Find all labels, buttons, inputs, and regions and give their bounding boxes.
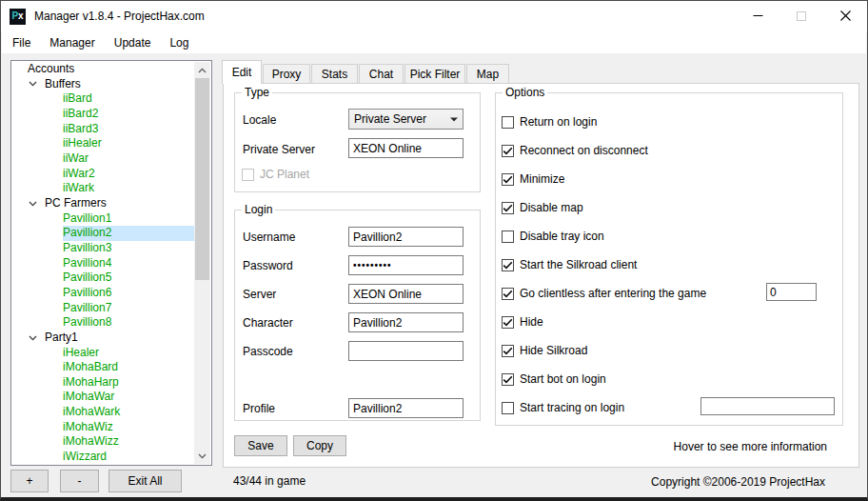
- jc-planet-row: JC Planet: [242, 168, 309, 181]
- tab-pick-filter[interactable]: Pick Filter: [404, 64, 465, 83]
- server-input[interactable]: [348, 284, 464, 304]
- clientless-delay-input[interactable]: [766, 283, 817, 301]
- checkbox-unchecked[interactable]: [502, 230, 514, 243]
- close-icon: [840, 10, 851, 21]
- character-input[interactable]: [348, 312, 464, 332]
- tree-item-accounts[interactable]: Accounts: [12, 62, 194, 77]
- options-group-title: Options: [503, 86, 547, 99]
- tree-item-imohabard[interactable]: iMohaBard: [12, 360, 194, 375]
- tree-scrollbar[interactable]: [194, 62, 210, 464]
- option-hide[interactable]: Hide: [502, 315, 543, 329]
- tree-item-iibard3[interactable]: iiBard3: [12, 122, 194, 137]
- option-start-tracing-on-login[interactable]: Start tracing on login: [502, 401, 624, 414]
- menu-manager[interactable]: Manager: [40, 33, 104, 52]
- checkbox-checked[interactable]: [502, 259, 514, 271]
- scrollbar-thumb[interactable]: [195, 78, 209, 280]
- tab-map[interactable]: Map: [466, 64, 509, 83]
- username-input[interactable]: [348, 227, 464, 247]
- tree-item-pavillion2-selected[interactable]: Pavillion2: [12, 226, 194, 241]
- menu-file[interactable]: File: [3, 33, 40, 52]
- menu-bar: File Manager Update Log: [2, 31, 866, 53]
- chevron-down-icon[interactable]: [29, 333, 37, 342]
- tree-item-pavillion6[interactable]: Pavillion6: [12, 286, 194, 301]
- tree-item-iihealer[interactable]: iiHealer: [12, 136, 194, 151]
- checkbox-checked[interactable]: [502, 316, 514, 329]
- tree-item-imohawiz[interactable]: iMohaWiz: [12, 420, 194, 435]
- checkbox-checked[interactable]: [502, 145, 514, 157]
- tree-item-iwizzard[interactable]: iWizzard: [12, 450, 194, 464]
- menu-log[interactable]: Log: [160, 33, 198, 52]
- tab-edit[interactable]: Edit: [222, 60, 262, 84]
- option-go-clientless[interactable]: Go clientless after entering the game: [502, 287, 706, 300]
- tree-item-imohawark[interactable]: iMohaWark: [12, 405, 194, 420]
- password-input[interactable]: [348, 255, 464, 275]
- checkbox-checked[interactable]: [502, 173, 514, 186]
- tree-item-imohaharp[interactable]: iMohaHarp: [12, 375, 194, 391]
- chevron-down-icon[interactable]: [29, 80, 37, 89]
- checkbox-unchecked[interactable]: [502, 402, 514, 414]
- tree-item-ihealer[interactable]: iHealer: [12, 345, 194, 360]
- save-button[interactable]: Save: [234, 435, 287, 456]
- tree-item-iiwar2[interactable]: iiWar2: [12, 167, 194, 182]
- close-button[interactable]: [823, 1, 867, 30]
- option-reconnect-on-disconnect[interactable]: Reconnect on disconnect: [502, 144, 648, 157]
- minimize-button[interactable]: [736, 1, 779, 30]
- options-group: Options Return on login Reconnect on dis…: [495, 92, 843, 426]
- scroll-up-icon[interactable]: [194, 62, 210, 78]
- app-logo-icon: Px: [10, 9, 26, 25]
- type-group-title: Type: [242, 86, 272, 99]
- check-icon: [503, 347, 513, 355]
- tree-item-party1[interactable]: Party1: [12, 331, 194, 346]
- tree-item-pavillion3[interactable]: Pavillion3: [12, 241, 194, 256]
- checkbox-checked[interactable]: [502, 202, 514, 214]
- private-server-label: Private Server: [243, 143, 315, 156]
- check-icon: [503, 204, 513, 212]
- profile-input[interactable]: [348, 398, 464, 418]
- tab-stats[interactable]: Stats: [311, 64, 358, 83]
- menu-update[interactable]: Update: [105, 33, 161, 52]
- tree-item-buffers[interactable]: Buffers: [12, 77, 194, 92]
- hover-hint-text: Hover to see more information: [674, 440, 827, 453]
- manager-window: Px Manager v1.8.4 - ProjectHax.com File …: [0, 0, 868, 501]
- option-disable-map[interactable]: Disable map: [502, 201, 583, 214]
- type-group: Type Locale Private Server Private Serve…: [234, 92, 481, 192]
- password-label: Password: [243, 259, 293, 272]
- private-server-input[interactable]: [348, 138, 464, 158]
- tab-chat[interactable]: Chat: [359, 64, 404, 83]
- tree-item-pavillion4[interactable]: Pavillion4: [12, 256, 194, 271]
- tree-item-pavillion8[interactable]: Pavillion8: [12, 315, 194, 331]
- option-minimize[interactable]: Minimize: [502, 172, 564, 186]
- checkbox-checked[interactable]: [502, 345, 514, 357]
- chevron-down-icon[interactable]: [29, 199, 37, 208]
- tree-item-pavillion1[interactable]: Pavillion1: [12, 211, 194, 227]
- tree-item-imohawizz[interactable]: iMohaWizz: [12, 434, 194, 450]
- tree-item-pc-farmers[interactable]: PC Farmers: [12, 196, 194, 211]
- tree-item-iibard[interactable]: iiBard: [12, 91, 194, 107]
- option-hide-silkroad[interactable]: Hide Silkroad: [502, 344, 587, 357]
- tree-item-iiwark[interactable]: iiWark: [12, 181, 194, 196]
- checkbox-unchecked[interactable]: [502, 116, 514, 129]
- option-start-silkroad-client[interactable]: Start the Silkroad client: [502, 258, 637, 271]
- tree-item-iibard2[interactable]: iiBard2: [12, 107, 194, 122]
- option-disable-tray-icon[interactable]: Disable tray icon: [502, 230, 604, 243]
- tree-item-imohawar[interactable]: iMohaWar: [12, 390, 194, 405]
- tree-item-pavillion5[interactable]: Pavillion5: [12, 271, 194, 286]
- profile-label: Profile: [243, 402, 275, 415]
- remove-account-button[interactable]: -: [60, 470, 99, 492]
- exit-all-button[interactable]: Exit All: [108, 470, 182, 492]
- option-start-bot-on-login[interactable]: Start bot on login: [502, 372, 606, 386]
- minimize-icon: [753, 10, 763, 21]
- option-return-on-login[interactable]: Return on login: [502, 115, 597, 129]
- passcode-input[interactable]: [348, 341, 464, 361]
- checkbox-checked[interactable]: [502, 373, 514, 386]
- checkbox-checked[interactable]: [502, 288, 514, 300]
- tree-item-pavillion7[interactable]: Pavillion7: [12, 301, 194, 316]
- locale-select[interactable]: Private Server: [348, 109, 464, 130]
- scroll-down-icon[interactable]: [194, 448, 210, 464]
- locale-value: Private Server: [354, 112, 450, 126]
- copy-button[interactable]: Copy: [293, 435, 346, 456]
- tree-item-iiwar[interactable]: iiWar: [12, 151, 194, 167]
- add-account-button[interactable]: +: [10, 470, 49, 492]
- tab-proxy[interactable]: Proxy: [263, 64, 310, 83]
- tracing-input[interactable]: [700, 397, 835, 415]
